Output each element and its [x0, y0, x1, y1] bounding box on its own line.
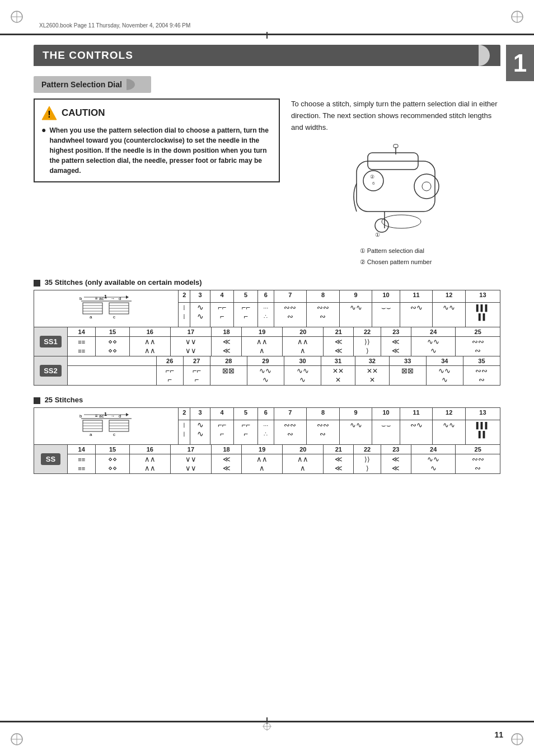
stitch-8-num: 8 [307, 290, 340, 302]
s25-stitch-18-num: 18 [212, 444, 242, 454]
stitch-5-sym: ⌐⌐⌐ [234, 302, 258, 327]
stitch-35-sym: ∾∾∾ [463, 365, 500, 385]
s25-stitch-9-sym: ∿∿ [339, 420, 372, 444]
stitch-26-num: 26 [156, 356, 183, 365]
s25-stitch-24-num: 24 [411, 444, 455, 454]
stitch-28-num: 28 [210, 356, 247, 365]
stitch-15-sym: ⋄⋄⋄⋄ [96, 336, 129, 356]
s25-stitch-6-num: 6 [257, 407, 274, 420]
stitch-21-num: 21 [324, 327, 354, 336]
s25-stitch-20-num: 20 [283, 444, 324, 454]
svg-text:→: → [110, 414, 115, 419]
corner-mark-br [509, 731, 526, 748]
stitch-2-num: 2 [179, 290, 190, 302]
s25-stitch-22-sym: ⟩⟩⟩ [354, 454, 381, 473]
content-area: THE CONTROLS 1 Pattern Selection Dial [34, 39, 500, 717]
ss1-badge: SS1 [34, 327, 68, 356]
s25-stitch-5-num: 5 [234, 407, 258, 420]
sub-heading-wrapper: Pattern Selection Dial [34, 76, 500, 93]
s25-stitch-25-num: 25 [456, 444, 500, 454]
stitch-24-sym: ∿∿∿ [411, 336, 455, 356]
stitch-19-num: 19 [242, 327, 283, 336]
stitch-17-num: 17 [170, 327, 211, 336]
s25-stitch-11-sym: ∾∿ [400, 420, 433, 444]
corner-mark-tl [8, 8, 25, 25]
ss-label: SS [41, 453, 60, 465]
description-text: To choose a stitch, simply turn the patt… [291, 98, 500, 133]
stitch-4-num: 4 [210, 290, 234, 302]
caution-box: ! CAUTION When you use the pattern selec… [34, 98, 280, 182]
page: XL2600.book Page 11 Thursday, November 4… [0, 0, 534, 756]
s25-stitch-16-sym: ∧∧∧∧ [129, 454, 170, 473]
s25-stitch-23-sym: ≪≪ [381, 454, 411, 473]
stitch-21-sym: ≪≪ [324, 336, 354, 356]
stitch-30-sym: ∿∿∿ [284, 365, 321, 385]
s25-stitch-4-sym: ⌐⌐⌐ [210, 420, 234, 444]
s25-stitch-5-sym: ⌐⌐⌐ [234, 420, 258, 444]
stitch-18-num: 18 [212, 327, 242, 336]
svg-text:≡: ≡ [95, 414, 98, 419]
stitch-10-sym: ⌣⌣ [372, 302, 400, 327]
stitch-33-num: 33 [389, 356, 426, 365]
s25-stitch-13-num: 13 [465, 407, 500, 420]
stitch-6-num: 6 [257, 290, 274, 302]
stitch-27-num: 27 [183, 356, 210, 365]
s25-stitch-22-num: 22 [354, 444, 381, 454]
svg-text:a: a [90, 432, 92, 437]
s25-stitch-18-sym: ≪≪ [212, 454, 242, 473]
s25-stitch-10-num: 10 [372, 407, 400, 420]
sewing-machine-diagram: ① ② 6 [340, 139, 452, 242]
svg-marker-64 [126, 413, 129, 416]
file-info: XL2600.book Page 11 Thursday, November 4… [39, 22, 190, 29]
stitch-9-num: 9 [339, 290, 372, 302]
stitch-20-sym: ∧∧∧ [283, 336, 324, 356]
stitch-18-sym: ≪≪ [212, 336, 242, 356]
stitch-4-sym: ⌐⌐⌐ [210, 302, 234, 327]
top-center-tick [266, 32, 268, 39]
stitch-table-25-row2: SS 14 15 16 17 18 19 20 21 22 23 24 25 ≡… [34, 444, 500, 474]
s25-stitch-10-sym: ⌣⌣ [372, 420, 400, 444]
svg-text:d: d [119, 296, 121, 301]
diagram-area: ① ② 6 [291, 139, 500, 268]
svg-text:b: b [79, 414, 82, 419]
stitch-31-sym: ✕✕✕ [321, 365, 355, 385]
section-35-icon [34, 280, 40, 287]
chapter-number: 1 [506, 45, 534, 81]
s25-stitch-3-sym: ∿∿ [190, 420, 210, 444]
sub-heading: Pattern Selection Dial [34, 76, 151, 93]
svg-text:d: d [119, 414, 121, 419]
s25-stitch-2-sym: ⁞⁞ [179, 420, 190, 444]
stitch-13-sym: ▌▌▌▌▌ [465, 302, 500, 327]
ss2-label: SS2 [40, 365, 62, 377]
stitch-20-num: 20 [283, 327, 324, 336]
svg-text:1: 1 [104, 294, 107, 299]
stitch-32-sym: ✕✕✕ [355, 365, 389, 385]
stitch-34-num: 34 [426, 356, 463, 365]
stitch-23-num: 23 [381, 327, 411, 336]
stitch-7-num: 7 [274, 290, 307, 302]
stitch-30-num: 30 [284, 356, 321, 365]
s25-stitch-16-num: 16 [129, 444, 170, 454]
s25-stitch-20-sym: ∧∧∧ [283, 454, 324, 473]
svg-text:→: → [110, 296, 115, 301]
stitch-22-sym: ⟩⟩⟩ [354, 336, 381, 356]
svg-text:ac: ac [99, 296, 104, 301]
stitch-12-num: 12 [433, 290, 466, 302]
stitch-33-sym: ⊠⊠ [389, 365, 426, 385]
s25-stitch-19-num: 19 [242, 444, 283, 454]
corner-mark-bl [8, 731, 25, 748]
stitch-28-sym: ⊠⊠ [210, 365, 247, 385]
svg-text:6: 6 [372, 181, 375, 186]
section-25-icon [34, 397, 40, 404]
main-heading: THE CONTROLS [34, 45, 500, 66]
stitch-32-num: 32 [355, 356, 389, 365]
s25-stitch-12-sym: ∿∿ [433, 420, 466, 444]
stitch-7-sym: ∾∾∾ [274, 302, 307, 327]
caption-2: ② Chosen pattern number [360, 257, 432, 268]
stitch-3-sym: ∿∿ [190, 302, 210, 327]
right-column: To choose a stitch, simply turn the patt… [291, 98, 500, 268]
stitch-16-sym: ∧∧∧∧ [129, 336, 170, 356]
section-25-stitches: 25 Stitches b ≡ ac → d [34, 396, 500, 474]
stitch-12-sym: ∿∿ [433, 302, 466, 327]
s25-stitch-13-sym: ▌▌▌▌▌ [465, 420, 500, 444]
